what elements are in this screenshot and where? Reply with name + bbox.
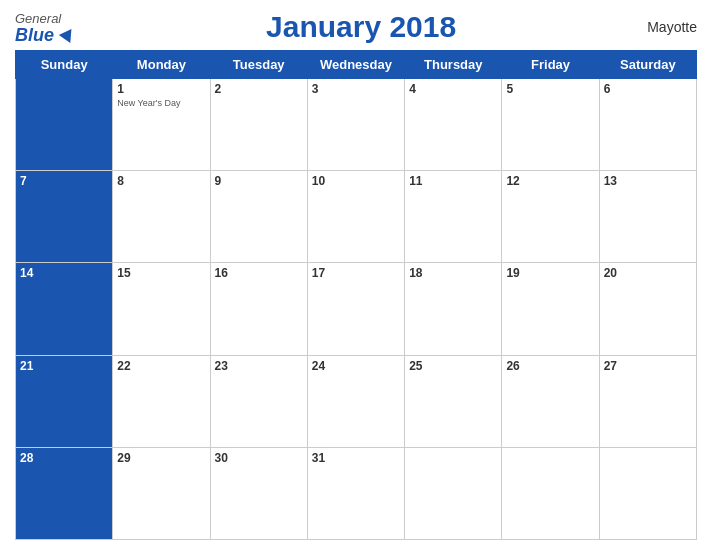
day-number: 14 [20, 266, 108, 280]
day-number: 4 [409, 82, 497, 96]
day-number: 15 [117, 266, 205, 280]
calendar-cell: 21 [16, 355, 113, 447]
day-number: 21 [20, 359, 108, 373]
day-number: 16 [215, 266, 303, 280]
calendar-cell: 10 [307, 171, 404, 263]
calendar-cell: 3 [307, 79, 404, 171]
day-number: 17 [312, 266, 400, 280]
calendar-cell: 1New Year's Day [113, 79, 210, 171]
calendar-cell: 27 [599, 355, 696, 447]
calendar-week-row: 21222324252627 [16, 355, 697, 447]
day-number: 24 [312, 359, 400, 373]
logo-blue-label: Blue [15, 25, 54, 45]
region-label: Mayotte [647, 19, 697, 35]
day-number: 19 [506, 266, 594, 280]
calendar-table: Sunday Monday Tuesday Wednesday Thursday… [15, 50, 697, 540]
calendar-page: General Blue January 2018 Mayotte Sunday… [0, 0, 712, 550]
logo: General Blue [15, 11, 75, 44]
col-friday: Friday [502, 51, 599, 79]
col-sunday: Sunday [16, 51, 113, 79]
logo-general-text: General [15, 11, 61, 26]
calendar-cell: 19 [502, 263, 599, 355]
calendar-cell: 16 [210, 263, 307, 355]
calendar-cell [502, 447, 599, 539]
col-monday: Monday [113, 51, 210, 79]
calendar-cell: 5 [502, 79, 599, 171]
day-number: 30 [215, 451, 303, 465]
calendar-cell: 26 [502, 355, 599, 447]
calendar-cell: 22 [113, 355, 210, 447]
day-number: 31 [312, 451, 400, 465]
col-wednesday: Wednesday [307, 51, 404, 79]
calendar-cell: 30 [210, 447, 307, 539]
calendar-cell [405, 447, 502, 539]
day-number: 28 [20, 451, 108, 465]
logo-blue-text: Blue [15, 26, 75, 44]
day-number: 1 [117, 82, 205, 96]
col-saturday: Saturday [599, 51, 696, 79]
calendar-cell: 20 [599, 263, 696, 355]
day-number: 5 [506, 82, 594, 96]
calendar-cell: 12 [502, 171, 599, 263]
day-number: 10 [312, 174, 400, 188]
calendar-cell: 9 [210, 171, 307, 263]
day-number: 23 [215, 359, 303, 373]
calendar-title: January 2018 [266, 10, 456, 43]
calendar-cell: 31 [307, 447, 404, 539]
calendar-week-row: 28293031 [16, 447, 697, 539]
event-label: New Year's Day [117, 98, 205, 109]
calendar-week-row: 78910111213 [16, 171, 697, 263]
day-number: 6 [604, 82, 692, 96]
day-number: 29 [117, 451, 205, 465]
calendar-cell: 2 [210, 79, 307, 171]
calendar-cell: 18 [405, 263, 502, 355]
col-thursday: Thursday [405, 51, 502, 79]
header: General Blue January 2018 Mayotte [15, 10, 697, 44]
day-number: 9 [215, 174, 303, 188]
day-number: 12 [506, 174, 594, 188]
calendar-cell: 24 [307, 355, 404, 447]
day-number: 18 [409, 266, 497, 280]
calendar-cell [599, 447, 696, 539]
calendar-cell: 17 [307, 263, 404, 355]
days-of-week-row: Sunday Monday Tuesday Wednesday Thursday… [16, 51, 697, 79]
day-number: 8 [117, 174, 205, 188]
calendar-cell [16, 79, 113, 171]
calendar-week-row: 14151617181920 [16, 263, 697, 355]
title-area: January 2018 [75, 10, 647, 44]
calendar-cell: 25 [405, 355, 502, 447]
calendar-cell: 13 [599, 171, 696, 263]
calendar-cell: 8 [113, 171, 210, 263]
calendar-cell: 4 [405, 79, 502, 171]
calendar-cell: 29 [113, 447, 210, 539]
day-number: 3 [312, 82, 400, 96]
calendar-header: Sunday Monday Tuesday Wednesday Thursday… [16, 51, 697, 79]
day-number: 25 [409, 359, 497, 373]
calendar-cell: 7 [16, 171, 113, 263]
calendar-cell: 11 [405, 171, 502, 263]
calendar-week-row: 1New Year's Day23456 [16, 79, 697, 171]
calendar-body: 1New Year's Day2345678910111213141516171… [16, 79, 697, 540]
day-number: 11 [409, 174, 497, 188]
calendar-cell: 6 [599, 79, 696, 171]
col-tuesday: Tuesday [210, 51, 307, 79]
day-number: 2 [215, 82, 303, 96]
day-number: 22 [117, 359, 205, 373]
day-number: 27 [604, 359, 692, 373]
calendar-cell: 14 [16, 263, 113, 355]
calendar-cell: 28 [16, 447, 113, 539]
day-number: 26 [506, 359, 594, 373]
day-number: 20 [604, 266, 692, 280]
calendar-cell: 15 [113, 263, 210, 355]
calendar-cell: 23 [210, 355, 307, 447]
day-number: 13 [604, 174, 692, 188]
day-number: 7 [20, 174, 108, 188]
